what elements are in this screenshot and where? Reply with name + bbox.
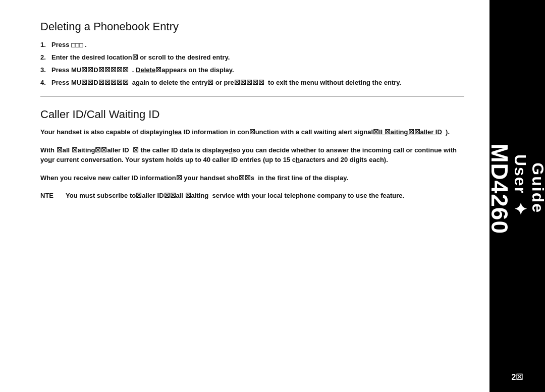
section2-para1: Your handset is also capable of displayi… [40, 127, 464, 137]
step-4-text: Press MU☒☒D☒☒☒☒☒ again to delete the ent… [51, 78, 464, 88]
section2-note: NTE You must subscribe to☒aller ID☒☒all … [40, 191, 464, 201]
step-2-text: Enter the desired location☒ or scroll to… [51, 53, 464, 63]
main-content: Deleting a Phonebook Entry 1. Press □□□ … [0, 0, 489, 392]
sidebar-title-user: User ✦ [511, 154, 529, 220]
step-3: 3. Press MU☒☒D☒☒☒☒☒ . Delete☒appears on … [40, 66, 464, 75]
section1: Deleting a Phonebook Entry 1. Press □□□ … [40, 20, 464, 97]
step-2: 2. Enter the desired location☒ or scroll… [40, 53, 464, 63]
step-1-text: Press □□□ . [51, 40, 464, 50]
section2: Caller ID/Call Waiting ID Your handset i… [40, 108, 464, 201]
section2-para2: With ☒all ☒aiting☒☒aller ID ☒ the caller… [40, 145, 464, 165]
step-1-num: 1. [40, 40, 51, 50]
step-4: 4. Press MU☒☒D☒☒☒☒☒ again to delete the … [40, 78, 464, 88]
note-text: You must subscribe to☒aller ID☒☒all ☒ait… [66, 191, 404, 201]
step-3-num: 3. [40, 66, 51, 75]
step-1: 1. Press □□□ . [40, 40, 464, 50]
sidebar-title-guide: Guide [529, 163, 545, 214]
step-4-num: 4. [40, 78, 51, 88]
step-2-num: 2. [40, 53, 51, 63]
section2-para3: When you receive new caller ID informati… [40, 173, 464, 183]
section1-title: Deleting a Phonebook Entry [40, 20, 464, 33]
sidebar-title: MD4260 User ✦ Guide [488, 10, 545, 367]
sidebar: MD4260 User ✦ Guide 2☒ [489, 0, 545, 392]
sidebar-title-main: MD4260 [488, 143, 511, 234]
section1-steps: 1. Press □□□ . 2. Enter the desired loca… [40, 40, 464, 87]
step-3-text: Press MU☒☒D☒☒☒☒☒ . Delete☒appears on the… [51, 66, 464, 75]
page-number: 2☒ [512, 372, 523, 382]
section2-title: Caller ID/Call Waiting ID [40, 108, 464, 121]
note-label: NTE [40, 191, 62, 201]
